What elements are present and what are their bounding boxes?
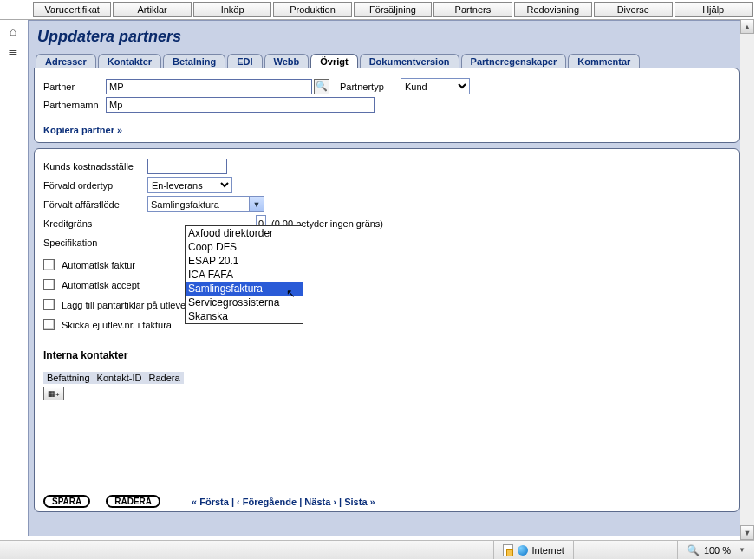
top-menu: Varucertifikat Artiklar Inköp Produktion…	[0, 0, 754, 20]
menu-forsaljning[interactable]: Försäljning	[354, 2, 432, 17]
tab-dokumentversion[interactable]: Dokumentversion	[360, 54, 459, 68]
affarsflode-label: Förvalt affärsflöde	[43, 199, 147, 210]
ordertyp-label: Förvald ordertyp	[43, 180, 147, 191]
delete-button[interactable]: RADERA	[106, 495, 160, 508]
affarsflode-select[interactable]: Samlingsfaktura ▼	[147, 196, 264, 212]
auto-faktur-checkbox[interactable]	[43, 259, 55, 270]
status-spacer	[573, 541, 677, 559]
menu-varucertifikat[interactable]: Varucertifikat	[33, 2, 111, 17]
kostnadsstalle-label: Kunds kostnadsställe	[43, 161, 147, 172]
affarsflode-option[interactable]: Servicegrossisterna	[186, 296, 303, 309]
menu-produktion[interactable]: Produktion	[273, 2, 351, 17]
partner-label: Partner	[43, 81, 106, 92]
scrollbar-track[interactable]	[740, 34, 754, 525]
tab-partneregenskaper[interactable]: Partneregenskaper	[461, 54, 567, 68]
affarsflode-option[interactable]: Axfood direktorder	[186, 226, 303, 240]
auto-accept-checkbox[interactable]	[43, 279, 55, 290]
left-column: ⌂ ≣	[0, 19, 26, 62]
affarsflode-option[interactable]: ESAP 20.1	[186, 254, 303, 268]
menu-hjalp[interactable]: Hjälp	[675, 2, 753, 17]
interna-kontakter-heading: Interna kontakter	[43, 349, 730, 361]
affarsflode-option[interactable]: ICA FAFA	[186, 268, 303, 282]
page-title: Uppdatera partners	[37, 28, 740, 46]
menu-inkop[interactable]: Inköp	[193, 2, 271, 17]
specifikation-label: Specifikation	[43, 237, 147, 248]
affarsflode-option[interactable]: Skanska	[186, 309, 303, 323]
tab-ovrigt[interactable]: Övrigt	[310, 54, 357, 68]
vertical-scrollbar[interactable]: ▲ ▼	[740, 19, 754, 540]
add-row-button[interactable]: ▦₊	[43, 387, 64, 400]
affarsflode-option-selected[interactable]: Samlingsfaktura	[186, 282, 303, 296]
chevron-down-icon: ▼	[739, 546, 746, 554]
partnertyp-label: Partnertyp	[340, 81, 401, 92]
tab-webb[interactable]: Webb	[264, 54, 310, 68]
settings-panel: Kunds kostnadsställe Förvald ordertyp En…	[34, 148, 740, 512]
tab-adresser[interactable]: Adresser	[36, 54, 96, 68]
skicka-ej-checkbox[interactable]	[43, 319, 55, 330]
nav-first[interactable]: « Första	[192, 497, 229, 507]
home-icon[interactable]: ⌂	[0, 24, 26, 38]
main-area: Uppdatera partners Adresser Kontakter Be…	[28, 20, 746, 536]
search-icon: 🔍	[316, 81, 328, 92]
kreditgrans-label: Kreditgräns	[43, 218, 147, 229]
partner-input[interactable]	[106, 79, 312, 94]
menu-diverse[interactable]: Diverse	[594, 2, 672, 17]
globe-icon	[518, 545, 528, 556]
record-nav: « Första | ‹ Föregående | Nästa › | Sist…	[192, 497, 375, 507]
partnertyp-select[interactable]: Kund	[401, 78, 470, 94]
tab-strip: Adresser Kontakter Betalning EDI Webb Öv…	[36, 53, 740, 68]
col-kontaktid: Kontakt-ID	[94, 372, 146, 384]
security-zone[interactable]: Internet	[493, 541, 573, 559]
col-befattning: Befattning	[43, 372, 94, 384]
list-icon[interactable]: ≣	[0, 43, 26, 57]
contacts-table-header: BefattningKontakt-IDRadera	[43, 372, 730, 384]
partner-search-button[interactable]: 🔍	[314, 79, 329, 94]
page-icon	[503, 544, 513, 556]
zoom-icon: 🔍	[687, 544, 700, 556]
zoom-control[interactable]: 🔍 100 % ▼	[677, 541, 754, 559]
nav-last[interactable]: Sista »	[344, 497, 375, 507]
kopiera-partner-link[interactable]: Kopiera partner »	[43, 125, 122, 135]
tab-betalning[interactable]: Betalning	[163, 54, 225, 68]
tab-kommentar[interactable]: Kommentar	[568, 54, 640, 68]
skicka-ej-label: Skicka ej utlev.nr. i faktura	[62, 320, 172, 330]
nav-prev[interactable]: ‹ Föregående	[237, 497, 297, 507]
partner-panel: Partner 🔍 Partnertyp Kund Partnernamn Ko…	[34, 68, 740, 143]
auto-faktur-label: Automatisk faktur	[62, 260, 135, 270]
add-row-icon: ▦₊	[48, 389, 60, 398]
col-radera: Radera	[146, 372, 184, 384]
affarsflode-option[interactable]: Coop DFS	[186, 240, 303, 254]
ordertyp-select[interactable]: En-leverans	[147, 177, 232, 193]
status-bar: Internet 🔍 100 % ▼	[0, 540, 754, 559]
action-bar: SPARA RADERA « Första | ‹ Föregående | N…	[43, 495, 730, 508]
affarsflode-dropdown[interactable]: Axfood direktorder Coop DFS ESAP 20.1 IC…	[185, 225, 303, 324]
scroll-down-arrow-icon[interactable]: ▼	[740, 525, 754, 540]
chevron-down-icon: ▼	[249, 197, 264, 211]
pantartiklar-label: Lägg till pantartiklar på utleverans	[62, 300, 204, 310]
nav-next[interactable]: Nästa ›	[304, 497, 336, 507]
partnernamn-label: Partnernamn	[43, 100, 106, 110]
partnernamn-input[interactable]	[106, 97, 375, 113]
affarsflode-value: Samlingsfaktura	[148, 199, 249, 210]
save-button[interactable]: SPARA	[43, 495, 90, 508]
menu-partners[interactable]: Partners	[433, 2, 512, 17]
auto-accept-label: Automatisk accept	[62, 280, 140, 290]
menu-artiklar[interactable]: Artiklar	[113, 2, 191, 17]
tab-edi[interactable]: EDI	[227, 54, 262, 68]
scroll-up-arrow-icon[interactable]: ▲	[740, 19, 754, 34]
menu-redovisning[interactable]: Redovisning	[514, 2, 592, 17]
kostnadsstalle-input[interactable]	[147, 159, 227, 174]
zoom-value: 100 %	[704, 545, 731, 556]
pantartiklar-checkbox[interactable]	[43, 299, 55, 310]
zone-label: Internet	[532, 545, 564, 556]
tab-kontakter[interactable]: Kontakter	[98, 54, 161, 68]
